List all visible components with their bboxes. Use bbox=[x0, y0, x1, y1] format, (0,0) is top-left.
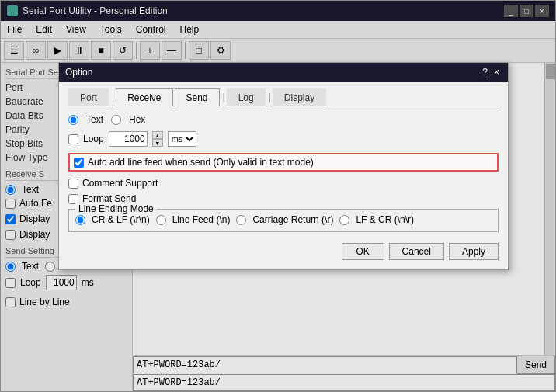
loop-spinner-up[interactable]: ▲ bbox=[152, 131, 163, 139]
dialog-close-btn[interactable]: × bbox=[492, 67, 502, 78]
tab-receive[interactable]: Receive bbox=[116, 88, 172, 106]
dialog-content: Text Hex Loop 1000 ▲ ▼ ms s bbox=[68, 114, 499, 260]
dialog-title-text: Option bbox=[65, 67, 92, 78]
tab-sep-1: | bbox=[110, 88, 116, 106]
dlg-hex-radio[interactable] bbox=[111, 115, 121, 125]
dialog-footer: OK Cancel Apply bbox=[68, 243, 499, 260]
tab-port[interactable]: Port bbox=[68, 88, 109, 106]
le-cr-radio[interactable] bbox=[236, 215, 246, 225]
ok-button[interactable]: OK bbox=[342, 243, 384, 260]
le-crlf-radio[interactable] bbox=[75, 215, 85, 225]
le-lf-label: Line Feed (\n) bbox=[172, 214, 231, 225]
format-send-checkbox[interactable] bbox=[68, 194, 78, 204]
tab-sep-2: | bbox=[221, 88, 227, 106]
loop-spinner-down[interactable]: ▼ bbox=[152, 139, 163, 147]
comment-support-label: Comment Support bbox=[82, 178, 158, 189]
auto-add-line-feed-label: Auto add line feed when send (Only valid… bbox=[88, 157, 314, 168]
dialog-loop-input[interactable]: 1000 bbox=[109, 131, 148, 147]
line-ending-legend: Line Ending Mode bbox=[75, 203, 157, 214]
auto-add-line-feed-checkbox[interactable] bbox=[74, 158, 84, 168]
dialog-body: Port | Receive Send | Log | Display Text… bbox=[59, 82, 508, 269]
dialog-title-controls: ? × bbox=[480, 67, 502, 78]
le-lfcr-radio[interactable] bbox=[339, 215, 349, 225]
dlg-text-radio[interactable] bbox=[68, 115, 78, 125]
dlg-text-label: Text bbox=[86, 114, 103, 125]
tab-sep-3: | bbox=[267, 88, 273, 106]
line-ending-group: Line Ending Mode CR & LF (\r\n) Line Fee… bbox=[68, 209, 499, 232]
dialog-loop-label: Loop bbox=[83, 134, 104, 144]
apply-button[interactable]: Apply bbox=[449, 243, 499, 260]
format-send-label: Format Send bbox=[82, 193, 136, 204]
dialog-loop-checkbox[interactable] bbox=[68, 134, 78, 144]
comment-support-checkbox[interactable] bbox=[68, 179, 78, 189]
le-crlf-label: CR & LF (\r\n) bbox=[92, 214, 150, 225]
cancel-button[interactable]: Cancel bbox=[389, 243, 444, 260]
dialog-tabs: Port | Receive Send | Log | Display bbox=[68, 88, 499, 106]
format-send-row: Format Send bbox=[68, 193, 499, 204]
dialog-loop-line: Loop 1000 ▲ ▼ ms s bbox=[68, 131, 499, 147]
option-dialog: Option ? × Port | Receive Send | Log | D… bbox=[58, 62, 509, 270]
text-hex-radio-line: Text Hex bbox=[68, 114, 499, 125]
tab-display[interactable]: Display bbox=[273, 88, 326, 106]
tab-log[interactable]: Log bbox=[227, 88, 266, 106]
tab-send[interactable]: Send bbox=[175, 88, 220, 106]
line-ending-options: CR & LF (\r\n) Line Feed (\n) Carriage R… bbox=[75, 214, 492, 225]
dialog-title-bar: Option ? × bbox=[59, 63, 508, 82]
loop-spinner: ▲ ▼ bbox=[152, 131, 163, 147]
loop-unit-select[interactable]: ms s bbox=[168, 131, 196, 147]
dlg-hex-label: Hex bbox=[129, 114, 145, 125]
le-lfcr-label: LF & CR (\n\r) bbox=[356, 214, 414, 225]
le-lf-radio[interactable] bbox=[156, 215, 166, 225]
dialog-help-btn[interactable]: ? bbox=[480, 67, 490, 78]
auto-add-line-feed-row: Auto add line feed when send (Only valid… bbox=[68, 153, 499, 172]
comment-support-row: Comment Support bbox=[68, 178, 499, 189]
le-cr-label: Carriage Return (\r) bbox=[252, 214, 333, 225]
